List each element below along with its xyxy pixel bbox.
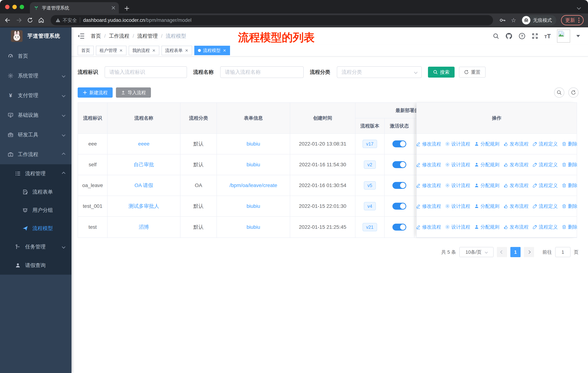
search-button[interactable]: 搜索 (428, 67, 455, 78)
close-icon[interactable] (152, 49, 156, 52)
avatar-caret-icon[interactable] (576, 35, 580, 37)
active-toggle[interactable] (392, 203, 406, 210)
process-key-input[interactable] (105, 66, 187, 78)
search-icon[interactable] (493, 33, 499, 39)
sidebar-item-process-form[interactable]: 流程表单 (0, 183, 72, 201)
maximize-window-button[interactable] (20, 5, 24, 9)
reload-icon[interactable] (27, 17, 33, 23)
import-process-button[interactable]: 导入流程 (116, 87, 151, 98)
active-toggle[interactable] (392, 141, 406, 147)
op-link-assign[interactable]: 分配规则 (474, 224, 499, 230)
version-badge[interactable]: v17 (363, 140, 377, 148)
browser-tab[interactable]: 芋道管理系统 (30, 2, 119, 13)
font-size-icon[interactable]: TT (545, 33, 551, 39)
address-bar[interactable]: 不安全 dashboard.yudao.iocoder.cn/bpm/manag… (51, 15, 493, 25)
close-window-button[interactable] (5, 5, 10, 9)
op-link-definition[interactable]: 流程定义 (533, 161, 558, 168)
fullscreen-icon[interactable] (532, 33, 538, 39)
category-select[interactable]: 流程分类 (337, 66, 422, 78)
delete-link[interactable]: 删除 (562, 141, 578, 147)
forward-icon[interactable] (16, 17, 22, 23)
op-link-edit[interactable]: 修改流程 (416, 203, 441, 210)
help-icon[interactable]: ? (519, 33, 525, 40)
op-link-definition[interactable]: 流程定义 (533, 203, 558, 210)
process-name-input[interactable] (220, 66, 304, 78)
avatar[interactable] (557, 30, 570, 43)
op-link-assign[interactable]: 分配规则 (474, 141, 499, 147)
breadcrumb-process-management[interactable]: 流程管理 (137, 33, 158, 40)
tag-tenant[interactable]: 租户管理 (96, 46, 126, 55)
refresh-table-icon[interactable] (568, 87, 578, 98)
sidebar-logo[interactable]: 芋道管理系统 (0, 27, 72, 45)
tag-process-model[interactable]: 流程模型 (194, 46, 230, 55)
tag-process-form[interactable]: 流程表单 (161, 46, 192, 55)
update-browser-button[interactable]: 更新 (561, 15, 584, 25)
op-link-edit[interactable]: 修改流程 (416, 141, 441, 147)
op-link-definition[interactable]: 流程定义 (533, 182, 558, 189)
op-link-edit[interactable]: 修改流程 (416, 161, 441, 168)
sidebar-item-workflow[interactable]: 工作流程 (0, 145, 72, 164)
active-toggle[interactable] (392, 161, 406, 168)
op-link-assign[interactable]: 分配规则 (474, 203, 499, 210)
process-name-link[interactable]: 自己审批 (134, 161, 154, 168)
github-icon[interactable] (505, 33, 512, 40)
goto-page-input[interactable] (555, 247, 570, 257)
process-name-link[interactable]: 测试多审批人 (128, 203, 159, 210)
current-page-button[interactable]: 1 (510, 247, 521, 257)
prev-page-button[interactable] (497, 247, 507, 257)
form-link[interactable]: biubiu (247, 141, 260, 147)
op-link-definition[interactable]: 流程定义 (533, 224, 558, 230)
bookmark-star-icon[interactable]: ☆ (511, 17, 516, 23)
toggle-search-icon[interactable] (554, 87, 564, 98)
minimize-window-button[interactable] (12, 5, 17, 9)
version-badge[interactable]: v2 (364, 161, 376, 169)
url-text[interactable]: dashboard.yudao.iocoder.cn/bpm/manager/m… (83, 18, 191, 23)
sidebar-item-leave-query[interactable]: 请假查询 (0, 256, 72, 275)
sidebar-item-home[interactable]: 首页 (0, 46, 72, 66)
traffic-lights[interactable] (5, 5, 24, 9)
op-link-design[interactable]: 设计流程 (445, 182, 470, 189)
active-toggle[interactable] (392, 224, 406, 231)
op-link-design[interactable]: 设计流程 (445, 141, 470, 147)
op-link-assign[interactable]: 分配规则 (474, 161, 499, 168)
sidebar-fold-icon[interactable] (77, 33, 84, 39)
reset-button[interactable]: 重置 (459, 67, 486, 78)
close-icon[interactable] (119, 49, 123, 52)
tab-close-icon[interactable] (112, 6, 115, 10)
op-link-edit[interactable]: 修改流程 (416, 182, 441, 189)
process-name-link[interactable]: 滔博 (139, 224, 149, 231)
op-link-design[interactable]: 设计流程 (445, 203, 470, 210)
delete-link[interactable]: 删除 (562, 203, 578, 210)
delete-link[interactable]: 删除 (562, 182, 578, 189)
create-process-button[interactable]: 新建流程 (78, 87, 113, 98)
version-badge[interactable]: v21 (363, 223, 377, 231)
home-icon[interactable] (38, 17, 44, 23)
process-name-link[interactable]: OA 请假 (135, 182, 153, 189)
sidebar-item-payment[interactable]: ¥ 支付管理 (0, 86, 72, 105)
browser-menu-icon[interactable] (578, 18, 579, 23)
form-link[interactable]: biubiu (247, 162, 260, 168)
op-link-publish[interactable]: 发布流程 (504, 224, 529, 230)
version-badge[interactable]: v4 (364, 202, 376, 210)
close-icon[interactable] (185, 49, 189, 52)
password-key-icon[interactable] (499, 17, 506, 23)
sidebar-item-devtools[interactable]: 研发工具 (0, 125, 72, 145)
sidebar-item-user-group[interactable]: 用户分组 (0, 201, 72, 219)
tag-home[interactable]: 首页 (78, 46, 94, 55)
delete-link[interactable]: 删除 (562, 161, 578, 168)
breadcrumb-home[interactable]: 首页 (91, 33, 101, 40)
sidebar-item-infrastructure[interactable]: 基础设施 (0, 105, 72, 125)
op-link-edit[interactable]: 修改流程 (416, 224, 441, 230)
active-toggle[interactable] (392, 182, 406, 189)
process-name-link[interactable]: eeee (138, 141, 149, 147)
sidebar-item-task-management[interactable]: 任务管理 (0, 238, 72, 256)
op-link-design[interactable]: 设计流程 (445, 224, 470, 230)
tab-search-chevron-icon[interactable] (577, 7, 581, 10)
op-link-publish[interactable]: 发布流程 (504, 161, 529, 168)
sidebar-item-system[interactable]: 系统管理 (0, 66, 72, 86)
op-link-design[interactable]: 设计流程 (445, 161, 470, 168)
op-link-assign[interactable]: 分配规则 (474, 182, 499, 189)
version-badge[interactable]: v5 (364, 181, 376, 190)
op-link-publish[interactable]: 发布流程 (504, 182, 529, 189)
op-link-publish[interactable]: 发布流程 (504, 141, 529, 147)
